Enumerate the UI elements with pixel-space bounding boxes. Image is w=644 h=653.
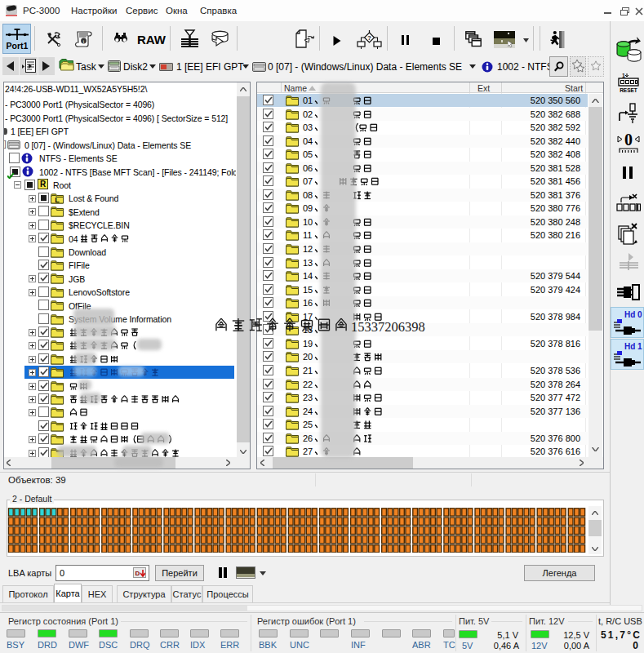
svg-text:1: 1 [622,73,625,78]
svg-text:RESET: RESET [620,87,637,93]
svg-text:0: 0 [624,131,633,149]
